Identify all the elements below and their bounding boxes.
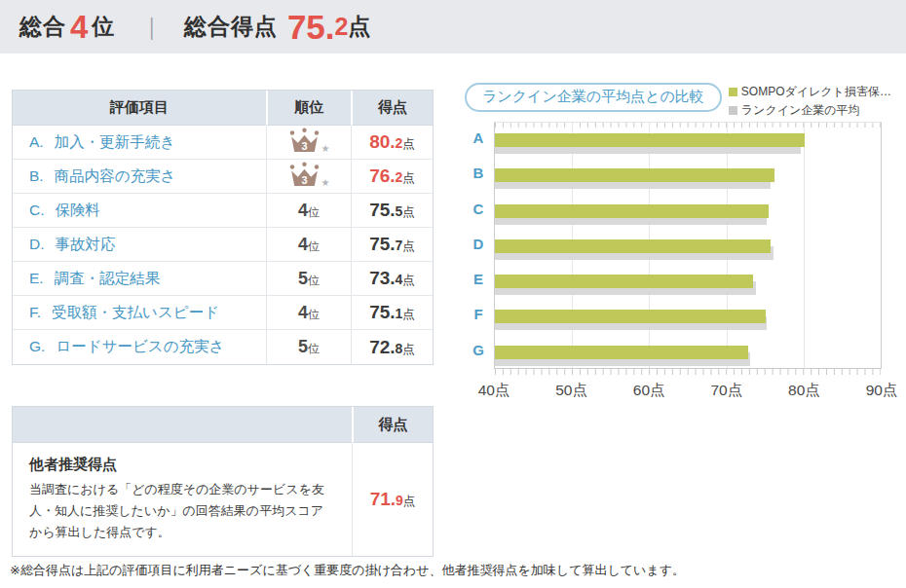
eval-item-label[interactable]: D.事故対応 <box>13 228 266 262</box>
eval-table-body: A.加入・更新手続き3★80.2点B.商品内容の充実さ3★76.2点C.保険料4… <box>13 126 433 364</box>
ranking-result-page: 総合 4 位 ｜ 総合得点 75. 2 点 評価項目 順位 得点 A.加入・更新… <box>0 0 906 588</box>
company-bar <box>495 204 769 218</box>
legend-item-1: ランクイン企業の平均 <box>729 102 891 119</box>
comparison-bar-chart: 40点50点60点70点80点90点 ABCDEFG <box>465 122 906 404</box>
bar-row-a <box>495 123 881 158</box>
bar-row-b <box>495 158 881 193</box>
eval-item-label[interactable]: G.ロードサービスの充実さ <box>13 330 266 364</box>
chart-legend: SOMPOダイレクト損害保…ランクイン企業の平均 <box>729 83 891 121</box>
eval-row-a: A.加入・更新手続き3★80.2点 <box>13 126 433 160</box>
eval-row-c: C.保険料4位75.5点 <box>13 194 433 228</box>
chart-header: ランクイン企業の平均点との比較 SOMPOダイレクト損害保…ランクイン企業の平均 <box>465 83 906 121</box>
svg-text:3: 3 <box>301 173 307 185</box>
eval-item-rank: 4位 <box>266 194 351 228</box>
eval-item-rank: 4位 <box>266 296 351 330</box>
eval-item-rank: 5位 <box>266 330 351 364</box>
eval-item-label[interactable]: E.調査・認定結果 <box>13 262 266 296</box>
category-label-d: D <box>465 236 492 252</box>
category-label-e: E <box>465 271 492 287</box>
chart-plot-area <box>494 122 882 369</box>
eval-item-label[interactable]: C.保険料 <box>13 194 266 228</box>
overall-score-decimal: 2 <box>335 13 349 41</box>
eval-item-rank: 3★ <box>266 160 351 194</box>
bar-row-c <box>495 194 881 229</box>
footnote: ※総合得点は上記の評価項目に利用者ニーズに基づく重要度の掛け合わせ、他者推奨得点… <box>10 562 685 579</box>
overall-summary-banner: 総合 4 位 ｜ 総合得点 75. 2 点 <box>0 0 906 54</box>
eval-item-score: 73.4点 <box>351 262 433 296</box>
overall-score-value: 75. <box>287 8 335 47</box>
eval-item-rank: 3★ <box>266 126 351 160</box>
legend-label: SOMPOダイレクト損害保… <box>741 84 891 100</box>
category-label-b: B <box>465 165 492 181</box>
x-axis-tick-label: 90点 <box>866 381 898 401</box>
banner-divider: ｜ <box>140 12 163 42</box>
eval-row-e: E.調査・認定結果5位73.4点 <box>13 262 433 296</box>
legend-item-0: SOMPOダイレクト損害保… <box>729 84 891 100</box>
eval-item-score: 75.7点 <box>351 228 433 262</box>
eval-row-b: B.商品内容の充実さ3★76.2点 <box>13 160 433 194</box>
company-bar <box>495 168 774 182</box>
company-bar <box>495 346 748 359</box>
company-bar <box>495 310 766 323</box>
category-label-f: F <box>465 306 492 322</box>
legend-swatch-icon <box>729 88 737 96</box>
overall-score-unit: 点 <box>348 12 371 42</box>
eval-item-score: 80.2点 <box>351 126 433 160</box>
evaluation-table-header-row: 評価項目 順位 得点 <box>13 91 433 126</box>
crown-rank-3-icon: 3★ <box>288 162 330 188</box>
header-rank: 順位 <box>266 91 351 126</box>
company-bar <box>495 133 805 147</box>
category-label-a: A <box>465 129 492 146</box>
recommendation-table: 得点 他者推奨得点 当調査における「どの程度その企業のサービスを友人・知人に推奨… <box>12 406 434 557</box>
star-icon: ★ <box>321 144 330 154</box>
company-bar <box>495 239 771 253</box>
bar-row-d <box>495 229 881 264</box>
eval-item-score: 72.8点 <box>351 330 433 364</box>
svg-text:3: 3 <box>301 139 307 151</box>
x-axis-tick-label: 80点 <box>788 381 820 401</box>
header-item: 評価項目 <box>13 91 266 126</box>
chart-title-pill: ランクイン企業の平均点との比較 <box>465 83 722 112</box>
header-empty <box>13 407 352 443</box>
bar-row-g <box>495 335 881 370</box>
crown-rank-3-icon: 3★ <box>288 128 330 154</box>
legend-swatch-icon <box>729 106 737 115</box>
eval-item-score: 75.5点 <box>351 194 433 228</box>
recommendation-row: 他者推奨得点 当調査における「どの程度その企業のサービスを友人・知人に推奨したい… <box>13 443 433 556</box>
evaluation-table: 評価項目 順位 得点 A.加入・更新手続き3★80.2点B.商品内容の充実さ3★… <box>12 90 434 365</box>
category-label-c: C <box>465 201 492 217</box>
x-axis-tick-label: 40点 <box>478 381 510 401</box>
recommendation-description: 当調査における「どの程度その企業のサービスを友人・知人に推奨したいか」の回答結果… <box>29 479 335 543</box>
star-icon: ★ <box>321 178 330 188</box>
overall-score-label: 総合得点 <box>184 12 278 42</box>
recommendation-title: 他者推奨得点 <box>29 456 335 474</box>
header-score: 得点 <box>352 407 433 443</box>
x-axis-labels: 40点50点60点70点80点90点 <box>494 381 882 402</box>
eval-item-score: 75.1点 <box>351 296 433 330</box>
overall-rank-label: 総合 <box>19 12 66 42</box>
eval-item-label[interactable]: B.商品内容の充実さ <box>13 160 266 194</box>
x-axis-tick-label: 50点 <box>555 381 587 401</box>
company-bar <box>495 275 753 288</box>
category-label-g: G <box>465 342 492 358</box>
legend-label: ランクイン企業の平均 <box>741 102 860 119</box>
bar-row-e <box>495 264 881 299</box>
overall-rank-value: 4 <box>70 9 88 46</box>
eval-row-f: F.受取額・支払いスピード4位75.1点 <box>13 296 433 330</box>
header-score: 得点 <box>351 91 433 126</box>
overall-rank-unit: 位 <box>92 12 115 42</box>
x-axis-tick-label: 60点 <box>633 381 665 401</box>
recommendation-score: 71.9点 <box>352 443 433 556</box>
eval-item-label[interactable]: F.受取額・支払いスピード <box>13 296 266 330</box>
eval-item-rank: 5位 <box>266 262 351 296</box>
eval-item-rank: 4位 <box>266 228 351 262</box>
recommendation-table-header-row: 得点 <box>13 407 433 443</box>
eval-row-g: G.ロードサービスの充実さ5位72.8点 <box>13 330 433 364</box>
eval-item-score: 76.2点 <box>351 160 433 194</box>
eval-row-d: D.事故対応4位75.7点 <box>13 228 433 262</box>
bar-row-f <box>495 299 881 334</box>
eval-item-label[interactable]: A.加入・更新手続き <box>13 126 266 160</box>
x-axis-tick-label: 70点 <box>710 381 742 401</box>
